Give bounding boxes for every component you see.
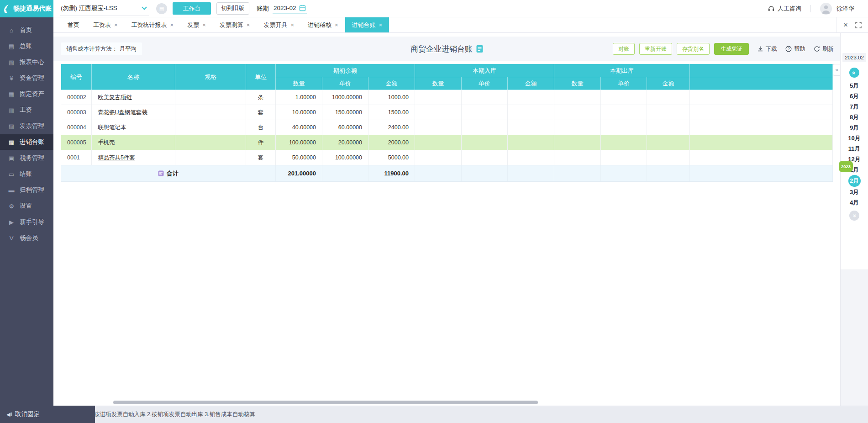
month-item-3月[interactable]: 3月 [841, 187, 868, 197]
table-row[interactable]: 000004联想笔记本台40.0000060.000002400.00 [61, 120, 833, 135]
sidebar-item-label: 税务管理 [20, 154, 44, 162]
item-name-link[interactable]: 精品茶具5件套 [98, 154, 135, 161]
total-begin-amount: 11900.00 [368, 165, 415, 182]
sidebar-item-salary[interactable]: ▥工资 [0, 102, 53, 118]
table-row[interactable]: 000002欧美复古项链条1.000001000.000001000.00 [61, 90, 833, 105]
cell-value [415, 135, 462, 150]
subcolumn-amount[interactable]: 金额 [508, 77, 554, 90]
sidebar-item-member[interactable]: V畅会员 [0, 230, 53, 246]
cell-value [508, 90, 554, 105]
sidebar-item-inventory-ledger[interactable]: ▩进销台账 [0, 134, 53, 150]
sidebar-item-closing[interactable]: ▭结账 [0, 166, 53, 182]
collapse-month-panel-button[interactable]: » [833, 64, 840, 76]
subcolumn-amount[interactable]: 金额 [647, 77, 690, 90]
column-header-code[interactable]: 编号 [61, 64, 92, 90]
cell-value [415, 90, 462, 105]
item-name-link[interactable]: 联想笔记本 [98, 124, 126, 131]
closing-icon: ▭ [8, 171, 15, 178]
sidebar-item-archive[interactable]: ▬归档管理 [0, 182, 53, 198]
tab-发票[interactable]: 发票× [180, 17, 213, 32]
tab-工资表[interactable]: 工资表× [86, 17, 125, 32]
tab-close-icon[interactable]: × [290, 21, 294, 28]
tab-close-icon[interactable]: × [335, 21, 338, 28]
month-item-4月[interactable]: 4月 [841, 197, 868, 208]
download-button[interactable]: 下载 [757, 45, 777, 53]
生成凭证-button[interactable]: 生成凭证 [714, 43, 749, 55]
subcolumn-amount[interactable]: 金额 [368, 77, 415, 90]
month-label: 2月 [848, 175, 861, 187]
tab-close-icon[interactable]: × [170, 21, 174, 28]
tab-close-icon[interactable]: × [202, 21, 206, 28]
sidebar-item-fixed-assets[interactable]: ▦固定资产 [0, 86, 53, 102]
tab-发票开具[interactable]: 发票开具× [257, 17, 301, 32]
month-item-5月[interactable]: 5月 [841, 80, 868, 91]
scroll-months-up-button[interactable]: « [849, 68, 859, 78]
column-header-spec[interactable]: 规格 [175, 64, 246, 90]
workbench-button[interactable]: 工作台 [173, 2, 211, 15]
horizontal-scrollbar[interactable] [113, 401, 538, 404]
table-row[interactable]: 000003青花瓷U盘钢笔套装套10.00000150.000001500.00 [61, 105, 833, 120]
sidebar-item-guide[interactable]: ▶新手引导 [0, 214, 53, 230]
sidebar-item-report-center[interactable]: ▧报表中心 [0, 54, 53, 70]
cell-value [554, 150, 601, 165]
tab-工资统计报表[interactable]: 工资统计报表× [125, 17, 181, 32]
重新开账-button[interactable]: 重新开账 [639, 43, 672, 55]
sidebar-item-tax[interactable]: ▣税务管理 [0, 150, 53, 166]
tab-close-icon[interactable]: × [247, 21, 250, 28]
subcolumn-qty[interactable]: 数量 [554, 77, 601, 90]
month-item-7月[interactable]: 7月 [841, 101, 868, 112]
cell-value [462, 135, 508, 150]
month-item-6月[interactable]: 6月 [841, 91, 868, 101]
help-button[interactable]: ? 帮助 [785, 45, 805, 53]
month-label: 11月 [848, 145, 861, 152]
item-name-link[interactable]: 青花瓷U盘钢笔套装 [98, 109, 147, 116]
month-item-8月[interactable]: 8月 [841, 112, 868, 122]
fullscreen-icon[interactable] [855, 22, 862, 28]
subcolumn-qty[interactable]: 数量 [415, 77, 462, 90]
company-select[interactable]: (勿删) 江西服宝-LSS [60, 1, 149, 16]
table-row[interactable]: 000005手机壳件100.0000020.000002000.00 [61, 135, 833, 150]
存货别名-button[interactable]: 存货别名 [677, 43, 710, 55]
refresh-button[interactable]: 刷新 [814, 45, 834, 53]
period-picker[interactable]: 2023-02 [273, 3, 307, 14]
month-item-9月[interactable]: 9月 [841, 122, 868, 133]
month-item-2月[interactable]: 2月 [841, 175, 868, 187]
live-support-button[interactable]: 人工咨询 [768, 5, 801, 13]
column-header-unit[interactable]: 单位 [246, 64, 276, 90]
username[interactable]: 徐泽华 [836, 5, 854, 13]
unpin-sidebar-button[interactable]: ◀‖ 取消固定 [0, 406, 95, 423]
subcolumn-price[interactable]: 单价 [462, 77, 508, 90]
table-row[interactable]: 0001精品茶具5件套套50.00000100.000005000.00 [61, 150, 833, 165]
month-item-10月[interactable]: 10月 [841, 133, 868, 143]
sidebar-item-label: 报表中心 [20, 58, 44, 66]
calendar-icon [299, 5, 306, 11]
tab-首页[interactable]: 首页 [61, 17, 86, 32]
month-item-1月[interactable]: 20231月 [841, 164, 868, 175]
subcolumn-price[interactable]: 单价 [601, 77, 647, 90]
subcolumn-price[interactable]: 单价 [322, 77, 368, 90]
avatar[interactable] [820, 3, 832, 15]
tab-close-icon[interactable]: × [114, 21, 118, 28]
对账-button[interactable]: 对账 [613, 43, 635, 55]
unpin-label: 取消固定 [15, 410, 40, 418]
clipboard-icon[interactable]: ▤ [156, 3, 167, 14]
document-icon[interactable] [476, 45, 483, 53]
sidebar-item-general-ledger[interactable]: ▤总账 [0, 38, 53, 54]
cell-value [647, 135, 690, 150]
subcolumn-qty[interactable]: 数量 [276, 77, 322, 90]
sidebar-item-funds[interactable]: ¥资金管理 [0, 70, 53, 86]
item-name-link[interactable]: 手机壳 [98, 139, 115, 146]
scroll-months-down-button[interactable]: « [849, 211, 859, 221]
close-all-tabs-icon[interactable]: × [843, 21, 848, 29]
sidebar-item-settings[interactable]: ⚙设置 [0, 198, 53, 214]
month-item-11月[interactable]: 11月 [841, 143, 868, 154]
sidebar-item-home[interactable]: ⌂首页 [0, 22, 53, 38]
sidebar-item-invoice[interactable]: ▨发票管理 [0, 118, 53, 134]
switch-old-version-button[interactable]: 切到旧版 [216, 2, 249, 15]
tab-进销稽核[interactable]: 进销稽核× [301, 17, 345, 32]
tab-发票测算[interactable]: 发票测算× [213, 17, 257, 32]
tab-进销台账[interactable]: 进销台账× [345, 17, 389, 32]
item-name-link[interactable]: 欧美复古项链 [98, 94, 132, 100]
column-header-name[interactable]: 名称 [92, 64, 175, 90]
tab-close-icon[interactable]: × [379, 21, 383, 28]
